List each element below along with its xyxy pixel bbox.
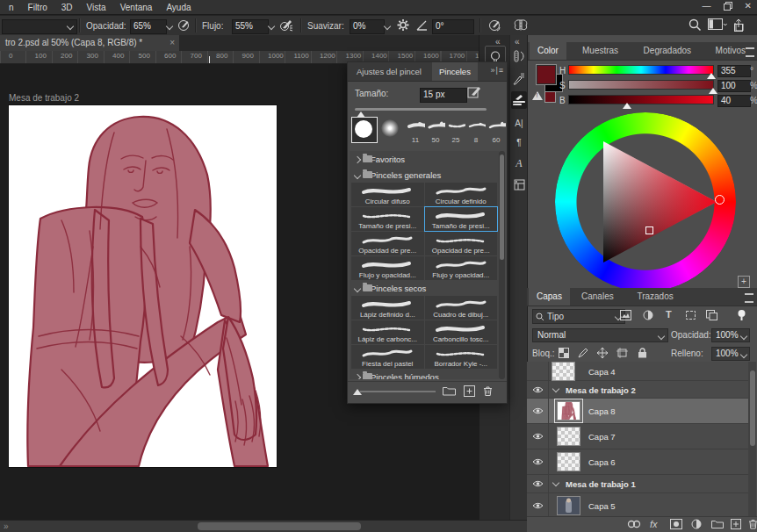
filter-type-layers-icon[interactable]: T xyxy=(666,309,672,320)
slider-track-h[interactable] xyxy=(568,65,714,75)
gamut-swatch[interactable] xyxy=(544,91,556,103)
tab-muestras[interactable]: Muestras xyxy=(574,42,626,60)
filter-smart-objects-icon[interactable] xyxy=(706,310,717,320)
artboard-label[interactable]: Mesa de trabajo 2 xyxy=(9,93,79,103)
lock-pixels-icon[interactable] xyxy=(578,348,588,358)
menu-item-3d[interactable]: 3D xyxy=(54,3,80,12)
filter-toggle-icon[interactable] xyxy=(738,310,746,321)
layer-row-capa-6[interactable]: Capa 6 xyxy=(527,449,748,475)
share-icon[interactable] xyxy=(732,18,745,32)
flow-dropdown-icon[interactable] xyxy=(268,23,275,30)
libraries-icon[interactable] xyxy=(511,176,527,193)
tab-degradados[interactable]: Degradados xyxy=(636,42,699,60)
color-wheel[interactable] xyxy=(555,112,736,291)
new-brush-icon[interactable] xyxy=(464,385,475,397)
menu-item-filtro[interactable]: Filtro xyxy=(21,3,54,12)
brushes-scrollbar[interactable] xyxy=(499,151,505,379)
chevron-down-icon[interactable] xyxy=(552,479,559,486)
chevron-down-icon[interactable] xyxy=(552,385,559,392)
close-icon[interactable]: ✕ xyxy=(745,1,752,11)
delete-layer-icon[interactable] xyxy=(748,519,757,529)
brush-size-input[interactable]: 15 px xyxy=(420,88,467,103)
tab-capas[interactable]: Capas xyxy=(529,288,570,306)
smoothing-dropdown-icon[interactable] xyxy=(384,23,391,30)
visibility-eye-icon[interactable] xyxy=(532,458,544,466)
brush-group-favoritos[interactable]: Favoritos xyxy=(350,153,499,167)
slider-thumb-h[interactable] xyxy=(707,73,716,79)
horizontal-scrollbar[interactable]: » xyxy=(0,520,527,532)
brush-item[interactable]: Cuadro de dibuj... xyxy=(425,296,498,320)
brush-group-pinceles-secos[interactable]: Pinceles secos xyxy=(350,282,499,296)
airbrush-icon[interactable] xyxy=(279,18,294,32)
symmetry-butterfly-icon[interactable] xyxy=(513,18,529,32)
visibility-eye-icon[interactable] xyxy=(532,407,544,415)
color-panel-menu-icon[interactable] xyxy=(746,47,754,57)
glyphs-icon[interactable]: A xyxy=(511,155,527,172)
flow-input[interactable]: 55% xyxy=(232,19,269,34)
opacity-dropdown-icon[interactable] xyxy=(166,23,173,30)
menu-item-vista[interactable]: Vista xyxy=(80,3,113,12)
tab-close-icon[interactable]: × xyxy=(169,35,175,51)
layer-effects-icon[interactable]: fx xyxy=(650,519,658,529)
chevron-right-icon[interactable] xyxy=(354,156,361,163)
brush-preset-8[interactable]: 8 xyxy=(466,119,486,147)
chevron-down-icon[interactable] xyxy=(354,172,361,179)
filter-shape-layers-icon[interactable] xyxy=(685,310,696,320)
brush-preset-60[interactable]: 60 xyxy=(487,119,506,147)
brush-group-pinceles-generales[interactable]: Pinceles generales xyxy=(350,169,499,183)
layers-scrollbar[interactable] xyxy=(748,362,756,516)
brushes-panel-menu-icon[interactable]: »|≡ xyxy=(490,66,504,75)
add-layer-mask-icon[interactable] xyxy=(670,519,682,529)
layer-thumbnail[interactable] xyxy=(552,362,575,381)
brush-preset-50[interactable]: 50 xyxy=(426,119,445,147)
tab-trazados[interactable]: Trazados xyxy=(629,288,681,306)
brush-item[interactable]: Borrador Kyle -... xyxy=(425,345,498,369)
brush-item[interactable]: Flujo y opacidad... xyxy=(351,256,424,280)
slider-track-b[interactable] xyxy=(568,95,714,104)
chevron-down-icon[interactable] xyxy=(354,285,361,292)
tab-pinceles[interactable]: Pinceles xyxy=(432,62,478,81)
brush-settings-icon[interactable] xyxy=(511,70,527,88)
scroll-left-icon[interactable]: » xyxy=(4,521,9,531)
layer-row-capa-5[interactable]: Capa 5 xyxy=(527,493,748,516)
search-icon[interactable] xyxy=(689,18,702,32)
brush-preset-11[interactable]: 11 xyxy=(406,119,425,147)
clone-source-icon[interactable] xyxy=(511,47,527,65)
brush-item[interactable]: Flujo y opacidad... xyxy=(425,256,498,280)
lock-artboard-icon[interactable] xyxy=(616,348,628,358)
filter-adjustment-layers-icon[interactable] xyxy=(643,310,653,320)
brush-preset-25[interactable]: 25 xyxy=(446,119,465,147)
character-icon[interactable]: A| xyxy=(511,114,527,132)
new-layer-icon[interactable] xyxy=(731,519,741,529)
paragraph-icon[interactable]: ¶ xyxy=(511,133,527,151)
slider-value-s[interactable]: 100 xyxy=(717,80,751,92)
foreground-color-swatch[interactable] xyxy=(537,65,556,84)
brush-item[interactable]: Carboncillo tosc... xyxy=(425,320,498,344)
saturation-brightness-triangle[interactable] xyxy=(555,112,736,291)
add-adjustment-layer-icon[interactable] xyxy=(691,519,702,529)
layer-row-capa-4[interactable]: Capa 4 xyxy=(527,362,748,381)
layer-opacity-input[interactable]: 100% xyxy=(711,328,750,342)
pressure-size-icon[interactable] xyxy=(488,18,502,32)
brush-item[interactable]: Circular difuso xyxy=(351,183,424,206)
brush-item[interactable]: Tamaño de presi... xyxy=(425,207,498,231)
layer-thumbnail[interactable] xyxy=(557,427,580,446)
layer-thumbnail[interactable] xyxy=(557,452,580,471)
add-swatch-button[interactable]: + xyxy=(738,276,750,288)
artboard-canvas[interactable] xyxy=(9,105,277,467)
slider-value-h[interactable]: 355 xyxy=(717,65,751,77)
menu-item-n[interactable]: n xyxy=(2,3,21,12)
layer-filter-type-dropdown[interactable]: Tipo xyxy=(532,309,625,324)
slider-track-s[interactable] xyxy=(568,80,714,90)
layer-group-mesa-de-trabajo-1[interactable]: Mesa de trabajo 1 xyxy=(527,475,748,493)
tab-ajustes-del-pincel[interactable]: Ajustes del pincel xyxy=(350,62,429,81)
fill-input[interactable]: 100% xyxy=(711,347,750,361)
link-layers-icon[interactable] xyxy=(627,519,641,529)
tool-preset-picker[interactable] xyxy=(2,19,77,34)
brush-preset-soft-round[interactable] xyxy=(378,117,401,140)
visibility-eye-icon[interactable] xyxy=(532,385,544,393)
brush-item[interactable]: Tamaño de presi... xyxy=(351,207,424,231)
brush-item[interactable]: Fiesta del pastel xyxy=(351,345,424,369)
delete-brush-icon[interactable] xyxy=(483,385,493,397)
layer-group-mesa-de-trabajo-2[interactable]: Mesa de trabajo 2 xyxy=(527,381,748,399)
